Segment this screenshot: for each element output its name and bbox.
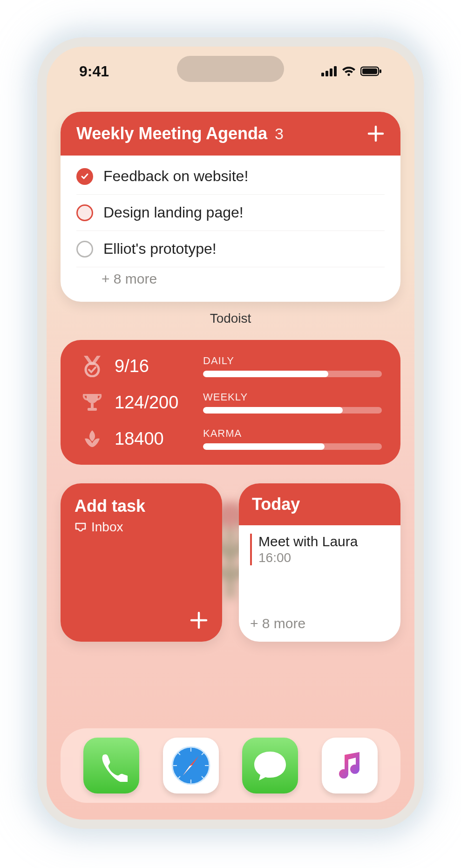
svg-rect-7 — [380, 69, 381, 73]
phone-frame: 9:41 — [37, 37, 424, 829]
today-item-time: 16:00 — [258, 550, 390, 565]
agenda-more[interactable]: + 8 more — [76, 267, 385, 293]
task-checkbox-open[interactable] — [76, 204, 93, 221]
agenda-count: 3 — [275, 125, 284, 143]
app-music[interactable] — [322, 738, 378, 793]
task-row[interactable]: Feedback on website! — [76, 158, 385, 195]
music-icon — [332, 748, 367, 783]
safari-icon — [170, 745, 212, 787]
today-more[interactable]: + 8 more — [250, 616, 305, 631]
svg-rect-6 — [362, 68, 377, 74]
today-item[interactable]: Meet with Laura 16:00 — [250, 534, 390, 565]
dock — [61, 728, 400, 803]
task-checkbox-empty[interactable] — [76, 241, 93, 258]
home-screen: 9:41 — [47, 47, 414, 820]
task-checkbox-done[interactable] — [76, 168, 93, 185]
inbox-icon — [75, 521, 87, 533]
add-task-plus-button[interactable] — [189, 610, 209, 631]
phone-icon — [95, 749, 128, 782]
svg-rect-3 — [330, 68, 332, 76]
stat-daily-value: 9/16 — [115, 356, 194, 376]
stat-daily-label: DAILY — [203, 355, 382, 367]
svg-rect-4 — [334, 66, 337, 76]
plus-icon — [367, 125, 385, 142]
status-time: 9:41 — [79, 63, 109, 80]
task-label: Design landing page! — [103, 204, 244, 221]
widget-add-task[interactable]: Add task Inbox — [61, 483, 222, 642]
stat-karma-label: KARMA — [203, 427, 382, 440]
agenda-title: Weekly Meeting Agenda — [76, 124, 267, 143]
messages-icon — [252, 749, 288, 782]
dynamic-island — [177, 56, 284, 82]
agenda-header: Weekly Meeting Agenda 3 — [61, 112, 400, 156]
karma-icon — [79, 427, 105, 450]
plus-icon — [189, 610, 209, 631]
svg-rect-1 — [321, 73, 324, 76]
widget-caption: Todoist — [61, 311, 400, 326]
checkmark-icon — [80, 172, 89, 181]
wifi-icon — [342, 66, 356, 76]
app-safari[interactable] — [163, 738, 219, 793]
add-task-button[interactable] — [367, 125, 385, 142]
today-title: Today — [239, 483, 400, 525]
task-row[interactable]: Elliot's prototype! — [76, 231, 385, 267]
svg-rect-2 — [325, 71, 328, 76]
stat-weekly-bar: WEEKLY — [203, 391, 382, 414]
battery-icon — [360, 66, 382, 76]
add-task-sub-label: Inbox — [91, 520, 123, 535]
cellular-icon — [321, 66, 337, 76]
svg-rect-10 — [88, 408, 97, 411]
add-task-subtitle: Inbox — [75, 520, 208, 535]
add-task-title: Add task — [75, 496, 208, 516]
svg-rect-9 — [91, 403, 94, 408]
status-bar: 9:41 — [61, 47, 400, 84]
widget-stats[interactable]: 9/16 DAILY 124/200 WEEKLY — [61, 340, 400, 465]
stat-karma-value: 18400 — [115, 429, 194, 449]
agenda-body: Feedback on website! Design landing page… — [61, 156, 400, 302]
task-label: Elliot's prototype! — [103, 240, 217, 258]
task-row[interactable]: Design landing page! — [76, 195, 385, 231]
stat-daily-bar: DAILY — [203, 355, 382, 377]
medal-icon — [79, 355, 105, 377]
task-label: Feedback on website! — [103, 168, 248, 185]
widget-today[interactable]: Today Meet with Laura 16:00 + 8 more — [239, 483, 400, 642]
app-phone[interactable] — [83, 738, 139, 793]
stat-weekly-label: WEEKLY — [203, 391, 382, 403]
status-icons — [321, 66, 382, 76]
stat-weekly-value: 124/200 — [115, 393, 194, 413]
today-item-label: Meet with Laura — [258, 534, 390, 549]
widget-agenda[interactable]: Weekly Meeting Agenda 3 Feedback on webs… — [61, 112, 400, 302]
app-messages[interactable] — [242, 738, 298, 793]
trophy-icon — [79, 391, 105, 414]
stat-karma-bar: KARMA — [203, 427, 382, 450]
